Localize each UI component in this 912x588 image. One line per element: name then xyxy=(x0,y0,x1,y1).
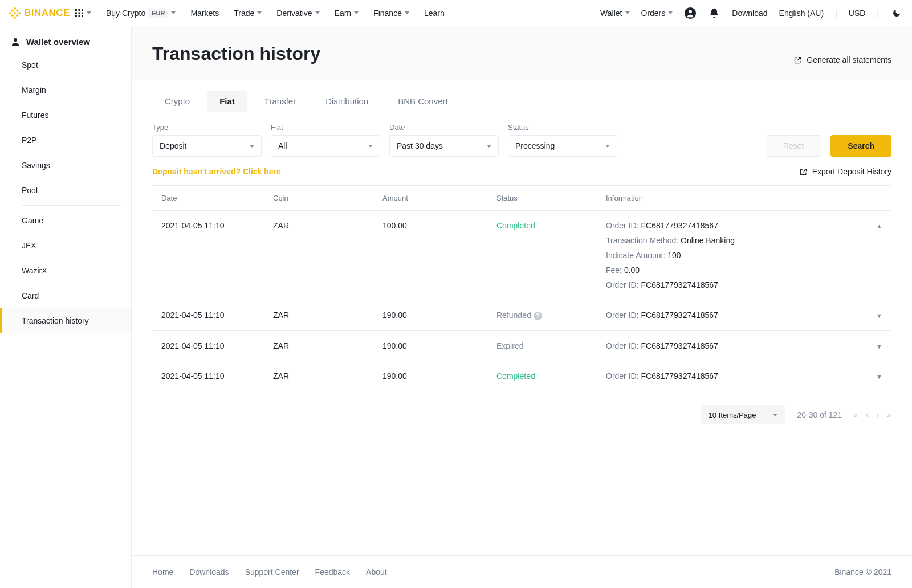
nav-finance[interactable]: Finance xyxy=(373,9,409,18)
svg-rect-3 xyxy=(18,11,21,14)
theme-toggle[interactable] xyxy=(890,7,903,19)
caret-down-icon xyxy=(368,145,373,148)
sidebar-divider xyxy=(22,205,121,206)
generate-statements-link[interactable]: Generate all statements xyxy=(793,55,891,64)
page-prev[interactable]: ‹ xyxy=(866,410,869,419)
sidebar-item-jex[interactable]: JEX xyxy=(0,233,131,258)
sidebar-item-card[interactable]: Card xyxy=(0,283,131,308)
table-header: Date Coin Amount Status Information xyxy=(152,186,891,211)
page-title: Transaction history xyxy=(152,43,320,64)
filter-date-select[interactable]: Past 30 days xyxy=(389,135,499,157)
cell-amount: 190.00 xyxy=(382,311,496,320)
info-icon[interactable]: ? xyxy=(534,312,542,320)
orders-menu[interactable]: Orders xyxy=(641,9,673,18)
sidebar-title[interactable]: Wallet overview xyxy=(0,36,131,52)
sidebar-list: SpotMarginFuturesP2PSavingsPoolGameJEXWa… xyxy=(0,52,131,333)
filter-fiat-label: Fiat xyxy=(271,123,380,132)
sidebar-item-margin[interactable]: Margin xyxy=(0,77,131,103)
language-label: English (AU) xyxy=(779,9,824,18)
expand-toggle[interactable]: ▲ xyxy=(860,221,882,230)
nav-buy-crypto[interactable]: Buy CryptoEUR xyxy=(106,9,176,18)
page-last[interactable]: » xyxy=(887,410,891,419)
caret-down-icon xyxy=(605,145,610,148)
svg-rect-9 xyxy=(75,9,77,11)
tab-transfer[interactable]: Transfer xyxy=(252,91,308,112)
sidebar-item-futures[interactable]: Futures xyxy=(0,103,131,128)
wallet-menu[interactable]: Wallet xyxy=(600,9,629,18)
cell-status: Refunded? xyxy=(496,311,606,320)
info-line: Order ID: FC681779327418567 xyxy=(606,280,860,289)
expand-toggle[interactable]: ▼ xyxy=(860,371,882,381)
sidebar-item-p2p[interactable]: P2P xyxy=(0,128,131,153)
filter-fiat-select[interactable]: All xyxy=(271,135,380,157)
sidebar-item-savings[interactable]: Savings xyxy=(0,153,131,178)
cell-amount: 100.00 xyxy=(382,221,496,230)
tab-fiat[interactable]: Fiat xyxy=(207,91,247,112)
sub-links-row: Deposit hasn't arrived? Click here Expor… xyxy=(152,167,891,186)
sidebar-item-wazirx[interactable]: WazirX xyxy=(0,258,131,283)
nav-label: Buy Crypto xyxy=(106,9,145,18)
notifications-icon[interactable] xyxy=(708,7,720,19)
th-status: Status xyxy=(496,194,606,202)
expand-toggle[interactable]: ▼ xyxy=(860,341,882,350)
page-next[interactable]: › xyxy=(877,410,880,419)
page-first[interactable]: « xyxy=(853,410,858,419)
th-date: Date xyxy=(161,194,273,202)
page-header: Transaction history Generate all stateme… xyxy=(132,26,912,80)
nav-learn[interactable]: Learn xyxy=(424,9,445,18)
brand-logo[interactable]: BINANCE xyxy=(9,7,70,19)
footer-link-downloads[interactable]: Downloads xyxy=(189,567,229,577)
status-text: Expired xyxy=(496,341,523,350)
external-link-icon xyxy=(799,168,808,176)
tab-distribution[interactable]: Distribution xyxy=(313,91,381,112)
history-tabs: CryptoFiatTransferDistributionBNB Conver… xyxy=(152,91,891,120)
info-line: Transaction Method: Online Banking xyxy=(606,236,860,245)
nav-markets[interactable]: Markets xyxy=(190,9,219,18)
sidebar-item-transaction-history[interactable]: Transaction history xyxy=(0,308,131,333)
svg-point-20 xyxy=(14,38,17,42)
language-menu[interactable]: English (AU) xyxy=(779,9,824,18)
nav-label: Earn xyxy=(335,9,352,18)
cell-info: Order ID: FC681779327418567 xyxy=(606,311,860,320)
info-line: Order ID: FC681779327418567 xyxy=(606,341,860,350)
reset-button[interactable]: Reset xyxy=(766,135,822,157)
footer-link-about[interactable]: About xyxy=(366,567,387,577)
download-link[interactable]: Download xyxy=(732,9,767,18)
apps-menu[interactable] xyxy=(75,9,91,18)
expand-toggle[interactable]: ▼ xyxy=(860,311,882,320)
export-history-link[interactable]: Export Deposit History xyxy=(799,167,891,176)
caret-down-icon xyxy=(668,11,673,14)
top-nav: BINANCE Buy CryptoEURMarketsTradeDerivat… xyxy=(0,0,912,26)
tab-crypto[interactable]: Crypto xyxy=(152,91,202,112)
svg-point-19 xyxy=(689,10,692,13)
th-coin: Coin xyxy=(273,194,382,202)
cell-coin: ZAR xyxy=(273,221,382,230)
account-icon[interactable] xyxy=(684,7,697,19)
currency-menu[interactable]: USD xyxy=(849,9,866,18)
nav-earn[interactable]: Earn xyxy=(335,9,359,18)
caret-down-icon xyxy=(250,145,254,148)
nav-trade[interactable]: Trade xyxy=(234,9,262,18)
sidebar-item-pool[interactable]: Pool xyxy=(0,178,131,203)
tab-bnb-convert[interactable]: BNB Convert xyxy=(385,91,461,112)
caret-down-icon xyxy=(315,11,320,14)
pagination: 10 Items/Page 20-30 of 121 « ‹ › » xyxy=(152,391,891,447)
nav-derivative[interactable]: Derivative xyxy=(276,9,319,18)
info-line: Indicate Amount: 100 xyxy=(606,251,860,260)
generate-statements-label: Generate all statements xyxy=(807,55,891,64)
page-nav: « ‹ › » xyxy=(853,410,891,419)
footer-link-home[interactable]: Home xyxy=(152,567,173,577)
nav-label: Derivative xyxy=(276,9,312,18)
filter-type-select[interactable]: Deposit xyxy=(152,135,262,157)
filter-status-select[interactable]: Processing xyxy=(508,135,617,157)
footer-link-support-center[interactable]: Support Center xyxy=(245,567,299,577)
sidebar-item-spot[interactable]: Spot xyxy=(0,52,131,77)
search-button[interactable]: Search xyxy=(830,135,891,157)
caret-down-icon xyxy=(773,414,777,416)
footer-link-feedback[interactable]: Feedback xyxy=(315,567,350,577)
currency-label: USD xyxy=(849,9,866,18)
sidebar-item-game[interactable]: Game xyxy=(0,208,131,233)
items-per-page-select[interactable]: 10 Items/Page xyxy=(701,405,786,424)
deposit-missing-link[interactable]: Deposit hasn't arrived? Click here xyxy=(152,167,281,176)
svg-rect-7 xyxy=(11,14,14,17)
